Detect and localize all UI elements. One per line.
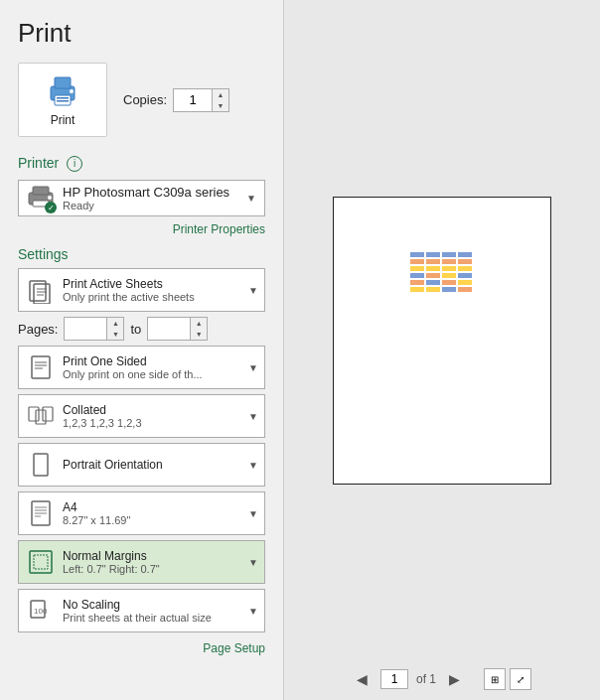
pages-label: Pages: <box>18 322 58 337</box>
page-preview <box>333 197 551 485</box>
pages-from-wrapper: ▲ ▼ <box>64 317 124 341</box>
printer-name: HP Photosmart C309a series <box>63 185 242 200</box>
svg-rect-3 <box>57 97 69 99</box>
fit-icon: ⤢ <box>517 674 525 685</box>
page-setup-link[interactable]: Page Setup <box>18 641 265 655</box>
setting-portrait-main: Portrait Orientation <box>63 458 244 472</box>
setting-no-scaling-main: No Scaling <box>63 598 244 612</box>
portrait-icon <box>25 449 57 481</box>
setting-no-scaling-text: No Scaling Print sheets at their actual … <box>63 598 244 624</box>
page-number-input[interactable] <box>380 669 408 689</box>
pages-from-down[interactable]: ▼ <box>107 329 123 340</box>
setting-paper-size-sub: 8.27" x 11.69" <box>63 514 244 526</box>
copies-label: Copies: <box>123 92 167 107</box>
setting-paper-size-arrow: ▼ <box>248 508 258 519</box>
setting-portrait-orientation[interactable]: Portrait Orientation ▼ <box>18 443 265 487</box>
copies-area: Copies: ▲ ▼ <box>123 88 229 112</box>
setting-one-sided-main: Print One Sided <box>63 354 244 368</box>
printer-icon <box>45 73 80 109</box>
setting-active-sheets-text: Print Active Sheets Only print the activ… <box>63 277 244 303</box>
copies-input[interactable] <box>174 89 212 111</box>
svg-rect-21 <box>43 407 53 421</box>
margins-icon <box>25 546 57 578</box>
copies-up-button[interactable]: ▲ <box>213 89 228 100</box>
setting-collated-sub: 1,2,3 1,2,3 1,2,3 <box>63 417 244 429</box>
svg-rect-20 <box>36 410 46 424</box>
setting-print-one-sided[interactable]: Print One Sided Only print on one side o… <box>18 346 265 389</box>
copies-down-button[interactable]: ▼ <box>213 100 228 111</box>
copies-input-wrapper: ▲ ▼ <box>173 88 229 112</box>
setting-paper-size-main: A4 <box>63 500 244 514</box>
setting-margins-main: Normal Margins <box>63 549 244 563</box>
svg-rect-22 <box>34 454 48 476</box>
next-page-button[interactable]: ▶ <box>444 669 464 689</box>
svg-rect-7 <box>33 187 49 195</box>
page-title: Print <box>18 18 265 49</box>
setting-print-active-sheets[interactable]: Print Active Sheets Only print the activ… <box>18 268 265 312</box>
pages-to-input[interactable] <box>148 318 190 340</box>
svg-rect-28 <box>30 551 52 573</box>
setting-no-scaling-sub: Print sheets at their actual size <box>63 612 244 624</box>
pages-to-wrapper: ▲ ▼ <box>147 317 208 341</box>
pages-to-down[interactable]: ▼ <box>191 329 207 340</box>
setting-collated[interactable]: Collated 1,2,3 1,2,3 1,2,3 ▼ <box>18 394 265 438</box>
svg-rect-19 <box>29 407 39 421</box>
setting-portrait-text: Portrait Orientation <box>63 458 244 472</box>
collated-icon <box>25 400 57 432</box>
copies-spinner: ▲ ▼ <box>212 89 228 111</box>
setting-active-sheets-main: Print Active Sheets <box>63 277 244 291</box>
setting-no-scaling[interactable]: 100 No Scaling Print sheets at their act… <box>18 589 265 632</box>
svg-rect-4 <box>57 100 69 102</box>
sheets-icon <box>25 274 57 306</box>
setting-active-sheets-sub: Only print the active sheets <box>63 291 244 303</box>
preview-area <box>294 20 590 660</box>
pages-row: Pages: ▲ ▼ to ▲ ▼ <box>18 317 265 341</box>
nav-bar: ◀ of 1 ▶ ⊞ ⤢ <box>353 668 531 690</box>
grid-icon: ⊞ <box>491 674 499 685</box>
setting-active-sheets-arrow: ▼ <box>248 285 258 296</box>
setting-margins-arrow: ▼ <box>248 557 258 568</box>
to-label: to <box>130 322 141 337</box>
pages-from-spinner: ▲ ▼ <box>106 318 123 340</box>
setting-collated-main: Collated <box>63 403 244 417</box>
printer-status: Ready <box>63 200 242 211</box>
info-icon: i <box>67 156 82 172</box>
setting-margins-text: Normal Margins Left: 0.7" Right: 0.7" <box>63 549 244 575</box>
setting-paper-size-text: A4 8.27" x 11.69" <box>63 500 244 526</box>
grid-view-button[interactable]: ⊞ <box>484 668 506 690</box>
pages-from-up[interactable]: ▲ <box>107 318 123 329</box>
printer-dropdown-arrow: ▼ <box>246 193 256 204</box>
left-panel: Print Print Copies: ▲ <box>0 0 283 700</box>
svg-point-9 <box>48 196 52 200</box>
ready-check-icon: ✓ <box>45 202 57 213</box>
preview-content <box>388 252 472 292</box>
setting-one-sided-text: Print One Sided Only print on one side o… <box>63 354 244 380</box>
setting-no-scaling-arrow: ▼ <box>248 606 258 617</box>
printer-section-header: Printer i <box>18 155 265 172</box>
fit-view-button[interactable]: ⤢ <box>510 668 531 690</box>
setting-portrait-arrow: ▼ <box>248 460 258 471</box>
scaling-icon: 100 <box>25 595 57 627</box>
pages-to-up[interactable]: ▲ <box>191 318 207 329</box>
printer-text-area: HP Photosmart C309a series Ready <box>63 185 242 211</box>
of-total-label: of 1 <box>416 672 436 686</box>
pages-from-input[interactable] <box>65 318 106 340</box>
setting-collated-text: Collated 1,2,3 1,2,3 1,2,3 <box>63 403 244 429</box>
one-sided-icon <box>25 351 57 383</box>
printer-properties-link[interactable]: Printer Properties <box>18 222 265 236</box>
setting-paper-size[interactable]: A4 8.27" x 11.69" ▼ <box>18 491 265 535</box>
setting-collated-arrow: ▼ <box>248 411 258 422</box>
print-button-area: Print Copies: ▲ ▼ <box>18 63 265 137</box>
svg-rect-29 <box>34 555 48 569</box>
svg-point-5 <box>70 89 74 93</box>
setting-margins-sub: Left: 0.7" Right: 0.7" <box>63 563 244 575</box>
setting-normal-margins[interactable]: Normal Margins Left: 0.7" Right: 0.7" ▼ <box>18 540 265 584</box>
svg-rect-15 <box>32 356 50 378</box>
svg-text:100: 100 <box>34 607 48 616</box>
printer-dropdown[interactable]: ✓ HP Photosmart C309a series Ready ▼ <box>18 180 265 216</box>
view-icons: ⊞ ⤢ <box>484 668 531 690</box>
svg-rect-1 <box>55 77 71 88</box>
printer-icon-area: ✓ <box>27 185 55 211</box>
print-button[interactable]: Print <box>18 63 107 137</box>
prev-page-button[interactable]: ◀ <box>353 669 373 689</box>
